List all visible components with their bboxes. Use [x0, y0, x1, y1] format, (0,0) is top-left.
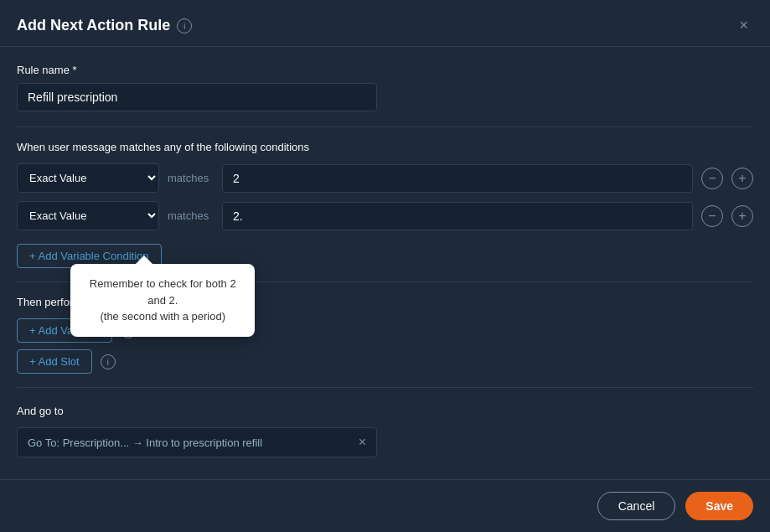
goto-clear-button[interactable]: ×: [359, 435, 366, 450]
modal-footer: Cancel Save: [0, 479, 770, 532]
condition-row-1: Exact Value Contains Starts With Ends Wi…: [17, 163, 753, 193]
separator-3: [17, 387, 753, 388]
condition-1-remove-button[interactable]: −: [701, 168, 723, 189]
rule-name-input[interactable]: [17, 83, 377, 111]
tooltip-text: Remember to check for both 2 and 2.(the …: [90, 277, 236, 323]
modal-body: Rule name * When user message matches an…: [0, 47, 770, 479]
add-slot-row: + Add Slot i: [17, 349, 753, 374]
condition-1-matches-label: matches: [168, 172, 214, 184]
close-button[interactable]: ×: [734, 15, 753, 36]
condition-2-dropdown[interactable]: Exact Value Contains Starts With Ends Wi…: [17, 201, 159, 230]
add-slot-button[interactable]: + Add Slot: [17, 349, 92, 374]
cancel-button[interactable]: Cancel: [597, 492, 676, 520]
goto-label: And go to: [17, 405, 753, 417]
goto-input-text: Go To: Prescription... → Intro to prescr…: [28, 436, 352, 449]
modal-title: Add Next Action Rule: [17, 17, 170, 34]
goto-section: And go to Go To: Prescription... → Intro…: [17, 405, 753, 457]
condition-row-2: Exact Value Contains Starts With Ends Wi…: [17, 201, 753, 230]
condition-2-input[interactable]: [222, 202, 693, 230]
condition-2-remove-button[interactable]: −: [701, 205, 723, 227]
conditions-wrapper: Exact Value Contains Starts With Ends Wi…: [17, 163, 753, 268]
when-section: When user message matches any of the fol…: [17, 141, 753, 268]
modal-header-left: Add Next Action Rule i: [17, 17, 192, 34]
condition-1-input[interactable]: [222, 164, 693, 193]
when-label: When user message matches any of the fol…: [17, 141, 753, 153]
condition-2-add-button[interactable]: +: [731, 205, 753, 227]
separator-1: [17, 127, 753, 127]
add-slot-info-icon[interactable]: i: [101, 354, 116, 369]
rule-name-section: Rule name *: [17, 64, 753, 111]
goto-input-container[interactable]: Go To: Prescription... → Intro to prescr…: [17, 427, 377, 457]
condition-1-dropdown[interactable]: Exact Value Contains Starts With Ends Wi…: [17, 163, 159, 193]
tooltip-bubble: Remember to check for both 2 and 2.(the …: [70, 264, 255, 337]
save-button[interactable]: Save: [685, 492, 753, 520]
condition-2-matches-label: matches: [168, 209, 214, 222]
rule-name-label: Rule name *: [17, 64, 753, 76]
add-variable-condition-container: + Add Variable Condition Remember to che…: [17, 239, 162, 268]
condition-1-add-button[interactable]: +: [731, 168, 753, 189]
modal-header: Add Next Action Rule i ×: [0, 0, 770, 47]
modal-container: Add Next Action Rule i × Rule name * Whe…: [0, 0, 770, 532]
info-icon[interactable]: i: [177, 18, 192, 34]
